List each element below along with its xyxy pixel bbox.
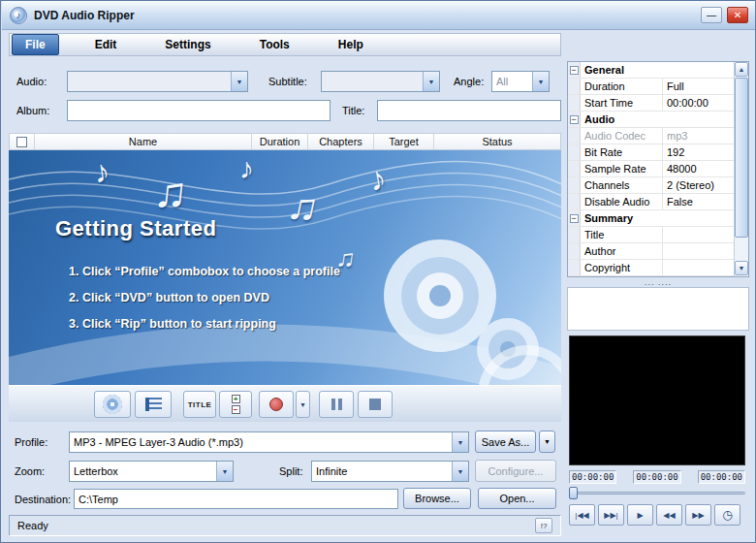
property-row-channels[interactable]: Channels 2 (Stereo)	[568, 177, 734, 194]
save-as-dropdown-button[interactable]: ▼	[539, 431, 555, 453]
seek-thumb[interactable]	[569, 487, 578, 499]
rip-button[interactable]	[259, 391, 294, 418]
angle-label: Angle:	[454, 76, 484, 87]
menu-settings[interactable]: Settings	[152, 35, 223, 54]
album-label: Album:	[16, 105, 49, 116]
pause-button[interactable]	[319, 391, 354, 418]
title-mode-button[interactable]: TITLE	[183, 391, 216, 418]
destination-input[interactable]	[74, 489, 398, 509]
clock-button[interactable]: ◷	[714, 504, 740, 526]
getting-started-banner: ♪ ♫ ♪ ♫ ♪ ♫ Getting Started 1. Click “Pr…	[9, 150, 561, 385]
music-note-icon: ♪	[239, 152, 254, 185]
property-value[interactable]	[663, 260, 734, 275]
select-all-checkbox[interactable]	[16, 137, 27, 147]
collapse-icon[interactable]: −	[570, 115, 579, 124]
time-elapsed: 00:00:00	[569, 470, 616, 484]
property-row-duration[interactable]: Duration Full	[568, 79, 734, 95]
property-value[interactable]: 192	[663, 144, 734, 160]
split-combobox[interactable]: Infinite ▼	[311, 461, 469, 482]
chevron-down-icon[interactable]: ▼	[423, 72, 439, 91]
chevron-down-icon[interactable]: ▼	[231, 72, 247, 91]
album-input[interactable]	[67, 100, 331, 121]
column-duration[interactable]: Duration	[252, 134, 308, 149]
chevron-down-icon[interactable]: ▼	[532, 72, 549, 91]
zoom-combobox-value: Letterbox	[70, 462, 216, 481]
menu-help[interactable]: Help	[326, 35, 376, 54]
open-dvd-button[interactable]	[94, 391, 131, 418]
column-status[interactable]: Status	[434, 134, 560, 149]
save-as-button[interactable]: Save As...	[475, 431, 536, 453]
property-row-title[interactable]: Title	[568, 227, 734, 243]
angle-combobox[interactable]: All ▼	[491, 71, 550, 92]
property-name: Title	[581, 227, 663, 242]
rip-options-dropdown[interactable]: ▼	[296, 391, 310, 418]
property-value[interactable]	[663, 227, 734, 242]
open-button[interactable]: Open...	[478, 488, 556, 509]
property-row-author[interactable]: Author	[568, 243, 734, 260]
browse-files-button[interactable]	[135, 391, 172, 418]
chevron-down-icon[interactable]: ▼	[452, 432, 468, 452]
menu-tools[interactable]: Tools	[247, 35, 302, 54]
column-name[interactable]: Name	[35, 134, 252, 149]
property-row-disable-audio[interactable]: Disable Audio False	[568, 194, 734, 210]
getting-started-title: Getting Started	[55, 216, 216, 241]
property-name: Duration	[581, 79, 663, 94]
section-label: Audio	[581, 112, 734, 127]
play-button[interactable]: ▶	[627, 504, 653, 526]
property-name: Author	[581, 243, 663, 259]
minimize-button[interactable]: —	[701, 7, 722, 23]
property-value[interactable]: 2 (Stereo)	[663, 177, 734, 193]
browse-button[interactable]: Browse...	[403, 488, 471, 509]
property-section-summary[interactable]: − Summary	[568, 210, 734, 227]
time-current: 00:00:00	[633, 470, 680, 484]
property-row-start-time[interactable]: Start Time 00:00:00	[568, 95, 734, 112]
property-grid-scrollbar[interactable]: ▲ ▼	[734, 62, 748, 276]
menu-file[interactable]: File	[12, 34, 59, 55]
property-rows: − General Duration Full Start Time 00:00…	[568, 62, 734, 276]
property-value[interactable]: 48000	[663, 161, 734, 176]
close-button[interactable]: ✕	[727, 7, 748, 23]
forward-button[interactable]: ▶▶	[685, 504, 711, 526]
getting-started-step-1: 1. Click “Profile” combobox to choose a …	[69, 265, 340, 278]
chevron-down-icon[interactable]: ▼	[452, 462, 468, 481]
property-name: Start Time	[581, 95, 663, 111]
property-value[interactable]: Full	[663, 79, 734, 94]
seek-bar[interactable]	[569, 487, 745, 499]
select-tracks-button[interactable]: + −	[219, 391, 252, 418]
next-chapter-button[interactable]: ▶▶|	[598, 504, 624, 526]
property-value[interactable]: False	[663, 194, 734, 209]
property-value[interactable]: 00:00:00	[663, 95, 734, 111]
property-section-general[interactable]: − General	[568, 62, 734, 79]
subtitle-combobox[interactable]: ▼	[321, 71, 440, 92]
property-value[interactable]	[663, 243, 734, 259]
chevron-down-icon[interactable]: ▼	[216, 462, 233, 481]
previous-chapter-button[interactable]: |◀◀	[569, 504, 595, 526]
configure-button[interactable]: Configure...	[475, 460, 556, 482]
property-row-sample-rate[interactable]: Sample Rate 48000	[568, 161, 734, 177]
property-row-bit-rate[interactable]: Bit Rate 192	[568, 144, 734, 161]
column-target[interactable]: Target	[374, 134, 434, 149]
file-list-icon	[145, 398, 162, 411]
app-icon-note: ♪	[16, 10, 21, 20]
property-name: Disable Audio	[581, 194, 663, 209]
scroll-up-icon[interactable]: ▲	[735, 62, 748, 77]
stop-button[interactable]	[358, 391, 393, 418]
scroll-down-icon[interactable]: ▼	[735, 261, 748, 275]
property-row-copyright[interactable]: Copyright	[568, 260, 734, 276]
audio-combobox[interactable]: ▼	[67, 71, 248, 92]
collapse-icon[interactable]: −	[570, 66, 579, 75]
menu-edit[interactable]: Edit	[82, 35, 130, 54]
select-all-cell[interactable]	[10, 134, 35, 149]
title-input[interactable]	[377, 100, 561, 121]
property-section-audio[interactable]: − Audio	[568, 112, 734, 128]
column-chapters[interactable]: Chapters	[308, 134, 374, 149]
collapse-icon[interactable]: −	[570, 214, 579, 223]
property-grid: − General Duration Full Start Time 00:00…	[567, 61, 749, 277]
scrollbar-thumb[interactable]	[735, 78, 748, 238]
rewind-button[interactable]: ◀◀	[656, 504, 682, 526]
panel-splitter[interactable]: ... ....	[567, 277, 749, 287]
zoom-combobox[interactable]: Letterbox ▼	[69, 461, 234, 482]
status-help-button[interactable]: !?	[535, 518, 552, 533]
seek-track[interactable]	[569, 492, 745, 495]
profile-combobox[interactable]: MP3 - MPEG Layer-3 Audio (*.mp3) ▼	[69, 431, 469, 453]
